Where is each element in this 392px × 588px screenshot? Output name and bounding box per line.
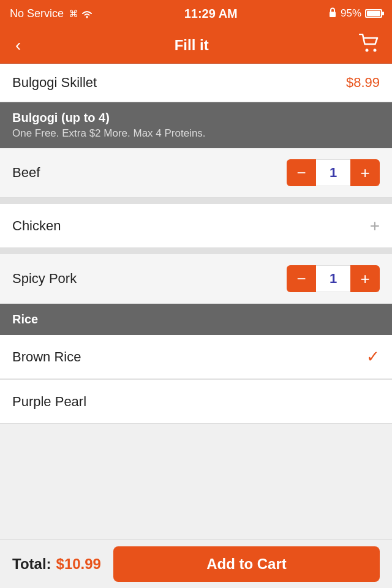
beef-quantity-input[interactable] xyxy=(316,159,350,186)
status-bar: No Service ⌘ 11:29 AM 95% xyxy=(0,0,392,27)
beef-decrement-button[interactable]: − xyxy=(287,159,316,186)
total-label: Total: xyxy=(12,556,51,573)
item-name: Bulgogi Skillet xyxy=(12,75,97,91)
brown-rice-row[interactable]: Brown Rice ✓ xyxy=(0,335,392,379)
wifi-icon: ⌘ xyxy=(69,8,93,20)
battery-percent: 95% xyxy=(341,7,361,20)
back-button[interactable]: ‹ xyxy=(12,32,24,58)
nav-bar: ‹ Fill it xyxy=(0,27,392,64)
battery-icon xyxy=(365,9,382,18)
beef-stepper: − + xyxy=(287,159,380,186)
total-section: Total: $10.99 xyxy=(12,556,101,573)
spicy-pork-decrement-button[interactable]: − xyxy=(287,265,316,292)
spicy-pork-stepper: − + xyxy=(287,265,380,292)
item-header: Bulgogi Skillet $8.99 xyxy=(0,64,392,102)
purple-pearl-row[interactable]: Purple Pearl xyxy=(0,380,392,424)
chicken-add-icon[interactable]: + xyxy=(370,216,380,236)
item-price: $8.99 xyxy=(346,75,380,91)
bottom-bar: Total: $10.99 Add to Cart xyxy=(0,539,392,588)
spicy-pork-increment-button[interactable]: + xyxy=(350,265,380,292)
lock-icon xyxy=(328,7,337,20)
beef-row: Beef − + xyxy=(0,148,392,198)
nav-title: Fill it xyxy=(175,37,209,54)
status-time: 11:29 AM xyxy=(184,7,238,21)
svg-point-0 xyxy=(86,17,88,18)
cart-icon[interactable] xyxy=(359,34,380,56)
main-content: Bulgogi Skillet $8.99 Bulgogi (up to 4) … xyxy=(0,64,392,539)
brown-rice-check-icon: ✓ xyxy=(366,347,380,366)
status-left: No Service ⌘ xyxy=(10,7,93,20)
beef-increment-button[interactable]: + xyxy=(350,159,380,186)
protein-section-subtitle: One Free. Extra $2 More. Max 4 Proteins. xyxy=(12,127,380,140)
total-amount: $10.99 xyxy=(56,556,101,573)
svg-point-2 xyxy=(365,49,368,52)
status-right: 95% xyxy=(328,7,382,20)
add-to-cart-button[interactable]: Add to Cart xyxy=(113,546,380,582)
purple-pearl-label: Purple Pearl xyxy=(12,394,86,410)
chicken-row[interactable]: Chicken + xyxy=(0,204,392,248)
rice-section-title: Rice xyxy=(12,312,380,326)
spicy-pork-label: Spicy Pork xyxy=(12,271,77,287)
brown-rice-label: Brown Rice xyxy=(12,349,81,365)
beef-label: Beef xyxy=(12,165,40,181)
chicken-label: Chicken xyxy=(12,218,61,234)
spicy-pork-row: Spicy Pork − + xyxy=(0,254,392,304)
no-service-text: No Service xyxy=(10,7,64,20)
separator-1 xyxy=(0,198,392,204)
svg-rect-1 xyxy=(330,12,336,17)
separator-2 xyxy=(0,248,392,254)
svg-point-3 xyxy=(373,49,376,52)
rice-section-header: Rice xyxy=(0,304,392,335)
protein-section-title: Bulgogi (up to 4) xyxy=(12,111,380,125)
spicy-pork-quantity-input[interactable] xyxy=(316,265,350,292)
protein-section-header: Bulgogi (up to 4) One Free. Extra $2 Mor… xyxy=(0,102,392,148)
